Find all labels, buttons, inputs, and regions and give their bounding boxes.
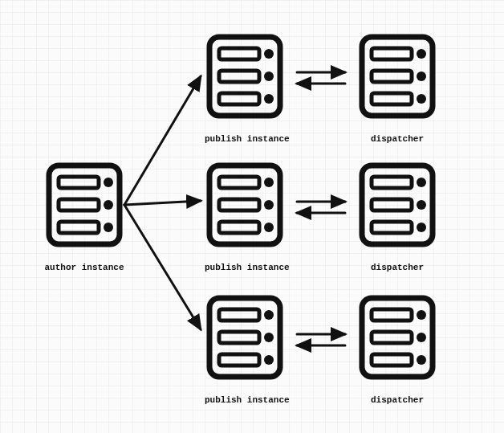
svg-point-47	[417, 223, 426, 232]
node-label: dispatcher	[357, 263, 437, 272]
svg-rect-16	[219, 71, 259, 82]
svg-rect-9	[59, 199, 99, 210]
svg-point-52	[417, 333, 426, 342]
svg-rect-35	[372, 48, 412, 59]
node-label: dispatcher	[357, 134, 437, 144]
svg-rect-30	[219, 332, 259, 343]
server-icon	[205, 161, 285, 249]
node-author: author instance	[44, 161, 124, 272]
svg-point-50	[417, 310, 426, 320]
svg-rect-28	[219, 309, 259, 321]
svg-rect-18	[219, 93, 259, 104]
svg-rect-23	[219, 199, 259, 210]
svg-rect-44	[372, 199, 412, 210]
svg-point-31	[264, 333, 274, 342]
node-dispatch1: dispatcher	[357, 32, 437, 144]
arrow-author-to-publish1	[124, 76, 201, 205]
node-publish3: publish instance	[205, 293, 285, 405]
node-dispatch2: dispatcher	[357, 161, 437, 272]
svg-rect-32	[219, 354, 259, 366]
server-icon	[357, 293, 437, 382]
svg-rect-51	[372, 332, 412, 343]
arrow-author-to-publish2	[124, 201, 201, 205]
svg-rect-42	[372, 177, 412, 188]
svg-point-10	[104, 200, 113, 210]
server-icon	[205, 32, 285, 121]
server-icon	[357, 161, 437, 249]
svg-point-43	[417, 178, 426, 187]
node-label: publish instance	[205, 395, 285, 405]
svg-point-54	[417, 355, 426, 365]
node-publish1: publish instance	[205, 32, 285, 144]
server-icon	[205, 293, 285, 382]
arrow-author-to-publish3	[124, 205, 201, 329]
bidir-arrow-3	[297, 334, 345, 345]
node-label: dispatcher	[357, 395, 437, 405]
bidir-arrow-2	[297, 202, 345, 213]
svg-point-40	[417, 94, 426, 104]
node-label: author instance	[44, 263, 124, 272]
node-label: publish instance	[205, 134, 285, 144]
node-label: publish instance	[205, 263, 285, 272]
svg-rect-21	[219, 177, 259, 188]
server-icon	[357, 32, 437, 121]
svg-rect-39	[372, 93, 412, 104]
svg-point-38	[417, 71, 426, 81]
svg-point-33	[264, 355, 274, 365]
node-publish2: publish instance	[205, 161, 285, 272]
svg-point-24	[264, 200, 274, 210]
svg-rect-25	[219, 222, 259, 233]
node-dispatch3: dispatcher	[357, 293, 437, 405]
svg-point-45	[417, 200, 426, 210]
svg-rect-7	[59, 177, 99, 188]
svg-point-36	[417, 49, 426, 59]
svg-point-8	[104, 178, 113, 187]
svg-point-17	[264, 71, 274, 81]
svg-point-15	[264, 49, 274, 59]
server-icon	[44, 161, 124, 249]
svg-rect-49	[372, 309, 412, 321]
bidir-arrow-1	[297, 72, 345, 84]
svg-point-19	[264, 94, 274, 104]
svg-rect-37	[372, 71, 412, 82]
svg-rect-46	[372, 222, 412, 233]
svg-point-29	[264, 310, 274, 320]
svg-point-26	[264, 223, 274, 232]
svg-point-22	[264, 178, 274, 187]
svg-rect-14	[219, 48, 259, 59]
diagram-canvas: author instance publish instance publish…	[0, 0, 504, 433]
svg-point-12	[104, 223, 113, 232]
svg-rect-53	[372, 354, 412, 366]
svg-rect-11	[59, 222, 99, 233]
